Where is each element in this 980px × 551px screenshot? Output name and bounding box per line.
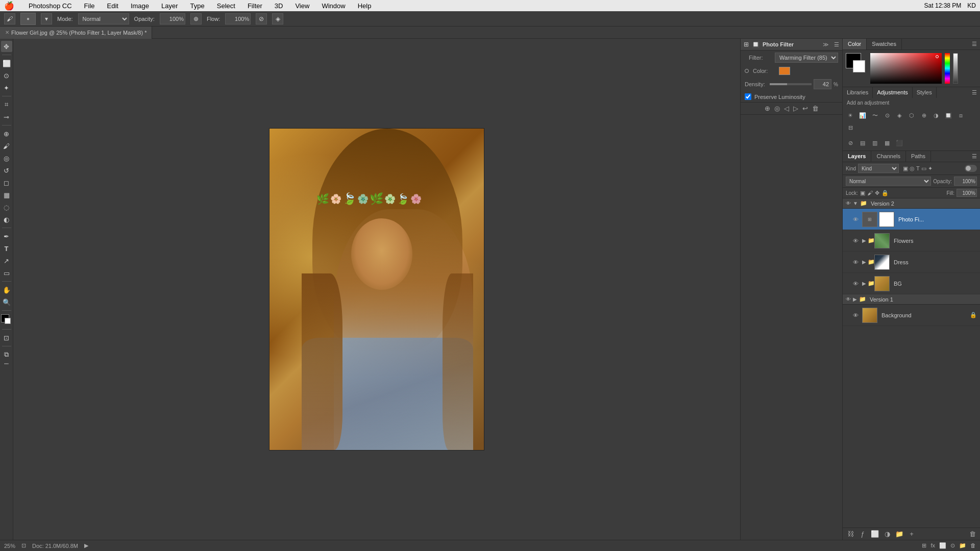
blur-tool[interactable]: ◌ — [1, 202, 12, 213]
version1-eye-btn[interactable]: 👁 — [846, 296, 851, 302]
status-icon-4[interactable]: 📁 — [959, 542, 966, 549]
properties-menu-btn[interactable]: ☰ — [834, 41, 839, 48]
properties-expand-btn[interactable]: ≫ — [823, 41, 829, 48]
new-group-btn[interactable]: 📁 — [895, 530, 904, 538]
threshold-btn[interactable]: ▥ — [869, 137, 880, 148]
tab-libraries[interactable]: Libraries — [843, 87, 873, 98]
menu-type[interactable]: Type — [188, 2, 207, 10]
color-panel-menu[interactable]: ☰ — [969, 39, 980, 49]
fg-bg-colors[interactable] — [1, 314, 12, 325]
status-icon-fx[interactable]: fx — [930, 542, 935, 549]
filter-text-icon[interactable]: T — [916, 165, 920, 172]
history-brush-tool[interactable]: ↺ — [1, 165, 12, 176]
zoom-fit-icon[interactable]: ⊡ — [21, 542, 26, 549]
status-icon-3[interactable]: ⊙ — [950, 542, 955, 549]
layer-group-version2[interactable]: 👁 ▼ 📁 Version 2 — [843, 198, 980, 209]
delete-layer-btn[interactable]: 🗑 — [968, 530, 977, 538]
tab-close-btn[interactable]: ✕ — [5, 30, 9, 35]
color-swatch[interactable] — [779, 67, 790, 75]
preserve-luminosity-checkbox[interactable] — [745, 93, 751, 100]
photo-filter-btn[interactable]: 🔲 — [943, 110, 954, 121]
hand-tool[interactable]: ✋ — [1, 284, 12, 295]
bw-btn[interactable]: ◑ — [930, 110, 942, 121]
tab-paths[interactable]: Paths — [906, 151, 931, 162]
menu-view[interactable]: View — [293, 2, 311, 10]
rectangular-marquee-tool[interactable]: ⬜ — [1, 58, 12, 69]
menu-help[interactable]: Help — [356, 2, 374, 10]
vibrance-btn[interactable]: ◈ — [894, 110, 905, 121]
flowers-eye[interactable]: 👁 — [853, 238, 860, 244]
prop-reset-btn[interactable]: ↩ — [802, 105, 808, 112]
bg-eye[interactable]: 👁 — [853, 281, 860, 287]
color-gradient[interactable] — [870, 53, 942, 84]
layer-bg[interactable]: 👁 ▶ 📁 BG — [843, 273, 980, 294]
filter-select[interactable]: Warming Filter (85) — [775, 53, 838, 63]
posterize-btn[interactable]: ▤ — [857, 137, 868, 148]
color-lookup-btn[interactable]: ⊟ — [845, 122, 856, 133]
fill-value-input[interactable] — [957, 189, 977, 197]
menu-3d[interactable]: 3D — [273, 2, 285, 10]
tab-color[interactable]: Color — [843, 39, 867, 49]
lock-transparent-btn[interactable]: ▣ — [860, 190, 865, 196]
tab-swatches[interactable]: Swatches — [867, 39, 902, 49]
link-layers-btn[interactable]: ⛓ — [846, 530, 855, 538]
canvas-area[interactable]: 🌿 🌸 🍃 🌸 🌿 🌸 🍃 🌸 — [13, 39, 740, 540]
background-eye[interactable]: 👁 — [853, 312, 860, 318]
status-icon-1[interactable]: ⊞ — [922, 542, 926, 549]
prop-clip-btn[interactable]: ⊕ — [765, 105, 770, 112]
lock-all-btn[interactable]: 🔒 — [881, 190, 889, 196]
clone-stamp-tool[interactable]: ◎ — [1, 153, 12, 164]
opacity-value-input[interactable] — [954, 177, 977, 186]
menu-select[interactable]: Select — [215, 2, 237, 10]
exposure-btn[interactable]: ⊙ — [881, 110, 893, 121]
photo-filter-eye[interactable]: 👁 — [853, 216, 860, 222]
tab-adjustments[interactable]: Adjustments — [873, 87, 913, 98]
zoom-tool[interactable]: 🔍 — [1, 296, 12, 308]
lock-image-btn[interactable]: 🖌 — [867, 190, 873, 196]
menu-filter[interactable]: Filter — [246, 2, 264, 10]
menu-photoshop[interactable]: Photoshop CC — [27, 2, 74, 10]
doc-info-arrow[interactable]: ▶ — [84, 542, 88, 549]
new-fill-adj-btn[interactable]: ◑ — [883, 530, 892, 538]
brightness-contrast-btn[interactable]: ☀ — [845, 110, 856, 121]
gradient-map-btn[interactable]: ▦ — [881, 137, 893, 148]
hue-sat-btn[interactable]: ⬡ — [906, 110, 917, 121]
menu-image[interactable]: Image — [129, 2, 151, 10]
prop-prev-btn[interactable]: ◁ — [784, 105, 789, 112]
brush-size-preview[interactable]: ● — [20, 13, 36, 25]
flow-pressure-btn[interactable]: ⊘ — [256, 13, 267, 24]
opacity-input[interactable] — [160, 13, 185, 24]
dodge-tool[interactable]: ◐ — [1, 214, 12, 225]
filter-smart-icon[interactable]: ✦ — [928, 165, 933, 172]
color-hue-strip[interactable] — [945, 53, 950, 84]
selective-color-btn[interactable]: ⬛ — [894, 137, 905, 148]
invert-btn[interactable]: ⊘ — [845, 137, 856, 148]
background-color[interactable] — [5, 318, 11, 324]
status-icon-2[interactable]: ⬜ — [939, 542, 946, 549]
shape-tool[interactable]: ▭ — [1, 267, 12, 279]
smoothing-btn[interactable]: ◈ — [272, 13, 283, 24]
brush-tool[interactable]: 🖌 — [1, 140, 12, 152]
version2-eye-btn[interactable]: 👁 — [846, 201, 851, 206]
crop-tool[interactable]: ⌗ — [1, 99, 12, 110]
menu-window[interactable]: Window — [320, 2, 347, 10]
background-swatch[interactable] — [853, 60, 865, 72]
pen-tool[interactable]: ✒ — [1, 231, 12, 242]
layer-dress[interactable]: 👁 ▶ 📁 Dress — [843, 252, 980, 273]
layer-flowers[interactable]: 👁 ▶ 📁 Flowers — [843, 230, 980, 252]
new-layer-btn[interactable]: + — [907, 530, 916, 538]
layer-style-btn[interactable]: ƒ — [858, 530, 867, 538]
status-icon-5[interactable]: 🗑 — [970, 542, 976, 549]
prop-delete-btn[interactable]: 🗑 — [812, 105, 819, 112]
gradient-tool[interactable]: ▦ — [1, 189, 12, 201]
document-tab[interactable]: ✕ Flower Girl.jpg @ 25% (Photo Filter 1,… — [0, 27, 152, 39]
menu-layer[interactable]: Layer — [159, 2, 180, 10]
path-select-tool[interactable]: ↗ — [1, 255, 12, 266]
eyedropper-tool[interactable]: ⊸ — [1, 111, 12, 122]
airbrush-btn[interactable]: ⊕ — [190, 13, 202, 24]
filter-pixel-icon[interactable]: ▣ — [903, 165, 908, 172]
screen-mode[interactable]: ⧉ — [1, 349, 12, 360]
more-tools[interactable]: ••• — [4, 361, 8, 366]
lock-position-btn[interactable]: ✥ — [875, 190, 879, 196]
lasso-tool[interactable]: ⊙ — [1, 70, 12, 81]
